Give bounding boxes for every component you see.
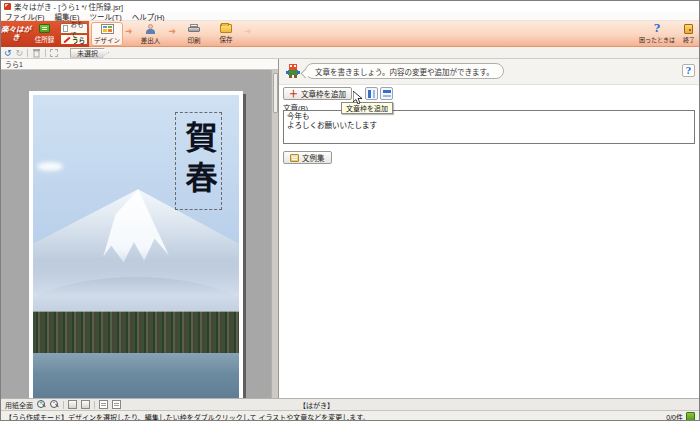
divider: [94, 401, 95, 409]
record-count: 0/0件: [666, 412, 683, 421]
selection-status-tab: 未選択: [70, 48, 109, 58]
postcard-preview[interactable]: 賀春: [29, 91, 243, 398]
step-print-button[interactable]: 印刷: [178, 22, 210, 46]
back-pencil-icon: [63, 36, 70, 43]
greeting-text-frame[interactable]: 賀春: [175, 112, 222, 210]
toolbar-right: ? 困ったときは 終了: [639, 22, 695, 46]
status-right: 0/0件: [666, 412, 695, 421]
tab-back[interactable]: うら: [60, 34, 88, 45]
step-design-button[interactable]: デザイン: [91, 22, 123, 46]
trash-icon[interactable]: [32, 48, 41, 58]
redo-button[interactable]: ↻: [16, 48, 24, 58]
sample-phrases-button[interactable]: 文例集: [283, 151, 332, 164]
treeline-shape: [33, 311, 239, 354]
status-message: 【うら作成モード】デザインを選択したり、編集したい枠をダブルクリックして イラス…: [5, 412, 370, 421]
step-arrow-icon: ➜: [169, 26, 177, 36]
menu-bar: ファイル(F) 編集(E) ツール(T) ヘルプ(H): [1, 12, 699, 21]
text-orientation-buttons: [365, 87, 393, 100]
workflow-steps: デザイン ➜ 差出人 ➜ 印刷 保存 ➜: [91, 21, 254, 47]
paper-type-label: 【はがき】: [299, 400, 334, 410]
add-text-frame-button[interactable]: ＋ 文章枠を追加: [283, 87, 352, 100]
menu-help[interactable]: ヘルプ(H): [132, 11, 165, 22]
panel-help-button[interactable]: ?: [682, 64, 695, 77]
zoom-out-button[interactable]: -: [50, 400, 59, 409]
question-icon: ?: [686, 66, 691, 76]
step-arrow-icon: ➜: [125, 26, 133, 36]
canvas-area[interactable]: 賀春: [1, 70, 271, 398]
divider: [27, 49, 28, 57]
zoom-mode-label[interactable]: 用紙全面: [5, 400, 33, 410]
exit-button[interactable]: 終了: [683, 22, 695, 46]
horizontal-text-icon: [383, 90, 391, 97]
guide-speech-bubble: 文章を書きましょう。内容の変更や追加ができます。: [305, 63, 504, 79]
app-window: 楽々はがき - [うら1 */ 住所録.jsr] ファイル(F) 編集(E) ツ…: [0, 0, 700, 421]
address-book-icon: [39, 24, 50, 33]
print-settings-button[interactable]: [81, 400, 90, 409]
printer-icon: [188, 24, 200, 34]
horizontal-text-button[interactable]: [380, 87, 393, 100]
record-count-icon: [686, 412, 695, 421]
zoom-in-button[interactable]: +: [37, 400, 46, 409]
mascot-icon: [285, 63, 301, 79]
undo-button[interactable]: ↺: [4, 48, 12, 58]
selection-marquee-icon[interactable]: [50, 49, 58, 57]
step-save-button[interactable]: 保存: [210, 22, 242, 46]
canvas-scrollbar[interactable]: [271, 70, 278, 398]
status-bar: 【うら作成モード】デザインを選択したり、編集したい枠をダブルクリックして イラス…: [1, 410, 699, 421]
text-edit-panel: 文章を書きましょう。内容の変更や追加ができます。 ? ＋ 文章枠を追加 文章枠を…: [278, 59, 700, 398]
sender-icon: [145, 24, 156, 34]
step-sender-button[interactable]: 差出人: [135, 22, 167, 46]
canvas-page-label: うら1: [5, 59, 23, 69]
app-logo: 楽々はがき: [1, 26, 31, 42]
divider: [45, 49, 46, 57]
menu-tools[interactable]: ツール(T): [90, 11, 122, 22]
front-page-icon: [63, 25, 68, 32]
message-textarea[interactable]: 今年も よろしくお願いいたします: [283, 110, 695, 144]
design-icon: [101, 24, 114, 34]
vertical-text-button[interactable]: [365, 87, 378, 100]
prev-page-button[interactable]: [99, 400, 108, 409]
app-icon: [4, 3, 11, 10]
canvas-panel: うら1 賀春: [1, 59, 278, 398]
print-preview-button[interactable]: [68, 400, 77, 409]
divider: [63, 401, 64, 409]
vertical-text-icon: [368, 90, 375, 98]
tooltip: 文章枠を追加: [341, 102, 393, 114]
help-button[interactable]: ? 困ったときは: [639, 22, 675, 46]
edit-row: ↺ ↻ 未選択: [1, 47, 699, 59]
menu-file[interactable]: ファイル(F): [5, 11, 45, 22]
main-toolbar: 楽々はがき 住所録 おもて うら デザイン ➜: [1, 21, 699, 47]
address-book-button[interactable]: 住所録: [31, 22, 58, 46]
cloud-shape: [37, 162, 63, 171]
lake-shape: [33, 353, 239, 398]
sample-book-icon: [290, 154, 299, 162]
step-arrow-icon: ➜: [244, 26, 252, 36]
greeting-text: 賀春: [183, 121, 215, 201]
plus-icon: ＋: [289, 90, 298, 98]
next-page-button[interactable]: [112, 400, 121, 409]
guide-strip: 文章を書きましょう。内容の変更や追加ができます。 ?: [279, 59, 700, 85]
canvas-page-tab[interactable]: うら1: [1, 59, 278, 70]
side-tabs: おもて うら: [60, 23, 88, 45]
fuji-photo: 賀春: [33, 95, 239, 398]
save-folder-icon: [220, 24, 232, 33]
bottom-toolbar: 用紙全面 + - 【はがき】: [1, 398, 699, 410]
exit-door-icon: [684, 24, 693, 34]
question-icon: ?: [654, 24, 660, 34]
tab-front[interactable]: おもて: [60, 23, 88, 34]
